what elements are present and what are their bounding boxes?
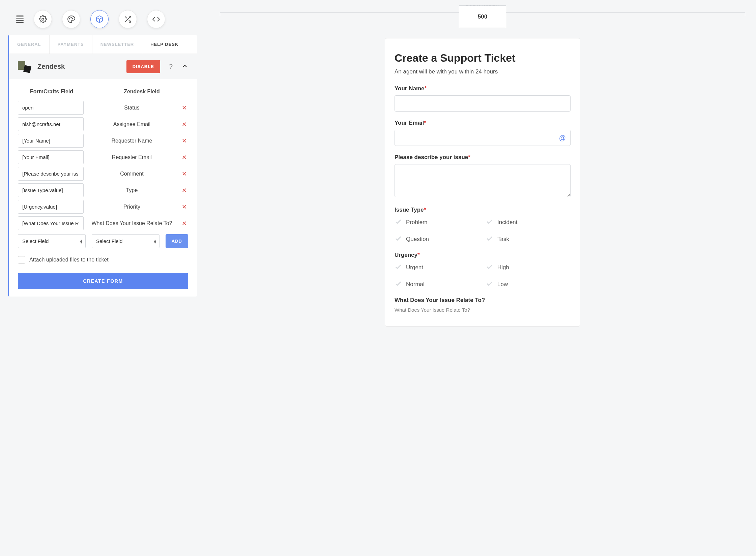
zd-field-label: Requester Name bbox=[88, 138, 176, 144]
settings-panel: GENERAL PAYMENTS NEWSLETTER HELP DESK Ze… bbox=[8, 35, 197, 297]
mapping-row: Priority ✕ bbox=[18, 200, 188, 214]
cube-icon bbox=[95, 15, 104, 23]
remove-row-button[interactable]: ✕ bbox=[180, 220, 188, 227]
mapping-row: Comment ✕ bbox=[18, 167, 188, 181]
check-icon bbox=[486, 218, 493, 227]
urgency-option[interactable]: Normal bbox=[395, 280, 479, 289]
disable-button[interactable]: DISABLE bbox=[126, 60, 160, 73]
add-mapping-button[interactable]: ADD bbox=[166, 234, 188, 248]
issue-type-option[interactable]: Task bbox=[486, 235, 571, 244]
svg-point-1 bbox=[69, 19, 70, 19]
describe-textarea[interactable] bbox=[395, 164, 571, 197]
check-icon bbox=[395, 280, 402, 289]
form-width-input[interactable] bbox=[459, 5, 506, 28]
svg-point-2 bbox=[71, 18, 71, 18]
remove-row-button[interactable]: ✕ bbox=[180, 154, 188, 161]
issue-type-option[interactable]: Incident bbox=[486, 218, 571, 227]
integration-header: Zendesk DISABLE ? bbox=[9, 54, 197, 79]
field-mapping: FormCrafts Field Zendesk Field Status ✕ … bbox=[9, 79, 197, 297]
remove-row-button[interactable]: ✕ bbox=[180, 121, 188, 128]
fc-field-input[interactable] bbox=[18, 134, 84, 148]
palette-icon bbox=[67, 15, 75, 23]
zd-field-label: Comment bbox=[88, 171, 176, 177]
svg-point-0 bbox=[42, 18, 44, 20]
remove-row-button[interactable]: ✕ bbox=[180, 104, 188, 112]
urgency-option[interactable]: Low bbox=[486, 280, 571, 289]
mapping-row: Status ✕ bbox=[18, 101, 188, 115]
chevron-up-icon bbox=[181, 63, 188, 69]
relate-sublabel: What Does Your Issue Relate To? bbox=[395, 307, 571, 313]
zd-field-label: Priority bbox=[88, 204, 176, 210]
top-toolbar bbox=[8, 0, 197, 35]
fc-field-input[interactable] bbox=[18, 200, 84, 214]
issue-type-option[interactable]: Question bbox=[395, 235, 479, 244]
fc-field-input[interactable] bbox=[18, 101, 84, 115]
form-title: Create a Support Ticket bbox=[395, 52, 571, 64]
tab-payments[interactable]: PAYMENTS bbox=[50, 35, 92, 54]
zd-field-label: Assignee Email bbox=[88, 121, 176, 127]
check-icon bbox=[395, 235, 402, 244]
svg-point-3 bbox=[72, 19, 73, 19]
tab-newsletter[interactable]: NEWSLETTER bbox=[92, 35, 143, 54]
urgency-label: Urgency* bbox=[395, 252, 571, 258]
form-subtitle: An agent will be with you within 24 hour… bbox=[395, 68, 571, 75]
remove-row-button[interactable]: ✕ bbox=[180, 170, 188, 178]
zd-field-label: Type bbox=[88, 187, 176, 193]
urgency-option[interactable]: Urgent bbox=[395, 263, 479, 272]
zd-field-label: What Does Your Issue Relate To? bbox=[88, 220, 176, 226]
fc-field-input[interactable] bbox=[18, 117, 84, 131]
issue-type-option[interactable]: Problem bbox=[395, 218, 479, 227]
attach-files-checkbox[interactable] bbox=[18, 256, 25, 264]
zendesk-icon bbox=[18, 61, 32, 72]
email-label: Your Email* bbox=[395, 120, 571, 126]
embed-button[interactable] bbox=[147, 10, 165, 28]
menu-icon[interactable] bbox=[16, 16, 24, 23]
mapping-row: Type ✕ bbox=[18, 183, 188, 197]
mapping-row: Assignee Email ✕ bbox=[18, 117, 188, 131]
shuffle-icon bbox=[124, 15, 132, 23]
attach-files-label: Attach uploaded files to the ticket bbox=[29, 257, 109, 263]
issue-type-label: Issue Type* bbox=[395, 207, 571, 213]
settings-button[interactable] bbox=[34, 10, 52, 28]
select-fc-field[interactable]: Select Field ▴▾ bbox=[18, 234, 86, 248]
mapping-row: What Does Your Issue Relate To? ✕ bbox=[18, 216, 188, 230]
panel-tabs: GENERAL PAYMENTS NEWSLETTER HELP DESK bbox=[9, 35, 197, 54]
theme-button[interactable] bbox=[62, 10, 80, 28]
name-input[interactable] bbox=[395, 95, 571, 112]
help-icon[interactable]: ? bbox=[166, 63, 176, 70]
fc-field-input[interactable] bbox=[18, 150, 84, 164]
gear-icon bbox=[39, 15, 47, 23]
integrations-button[interactable] bbox=[90, 10, 109, 28]
tab-general[interactable]: GENERAL bbox=[9, 35, 50, 54]
fc-field-input[interactable] bbox=[18, 167, 84, 181]
check-icon bbox=[486, 235, 493, 244]
check-icon bbox=[486, 280, 493, 289]
describe-label: Please describe your issue* bbox=[395, 154, 571, 161]
mapping-row: Requester Email ✕ bbox=[18, 150, 188, 164]
form-preview: Create a Support Ticket An agent will be… bbox=[385, 38, 580, 327]
email-input[interactable] bbox=[395, 130, 571, 146]
mapping-header-right: Zendesk Field bbox=[85, 89, 188, 95]
remove-row-button[interactable]: ✕ bbox=[180, 187, 188, 194]
zd-field-label: Status bbox=[88, 105, 176, 111]
fc-field-input[interactable] bbox=[18, 216, 84, 230]
collapse-toggle[interactable] bbox=[181, 63, 188, 71]
remove-row-button[interactable]: ✕ bbox=[180, 137, 188, 145]
name-label: Your Name* bbox=[395, 85, 571, 92]
mapping-header-left: FormCrafts Field bbox=[18, 89, 85, 95]
check-icon bbox=[486, 263, 493, 272]
select-zd-field[interactable]: Select Field ▴▾ bbox=[92, 234, 159, 248]
form-width-control: FORM WIDTH bbox=[217, 4, 748, 28]
svg-line-6 bbox=[125, 17, 127, 18]
relate-label: What Does Your Issue Relate To? bbox=[395, 297, 571, 304]
fc-field-input[interactable] bbox=[18, 183, 84, 197]
create-form-button[interactable]: CREATE FORM bbox=[18, 273, 188, 289]
check-icon bbox=[395, 218, 402, 227]
logic-button[interactable] bbox=[119, 10, 137, 28]
urgency-option[interactable]: High bbox=[486, 263, 571, 272]
remove-row-button[interactable]: ✕ bbox=[180, 203, 188, 211]
tab-helpdesk[interactable]: HELP DESK bbox=[142, 35, 186, 54]
zd-field-label: Requester Email bbox=[88, 154, 176, 160]
at-icon: @ bbox=[559, 134, 566, 142]
integration-name: Zendesk bbox=[37, 63, 121, 70]
